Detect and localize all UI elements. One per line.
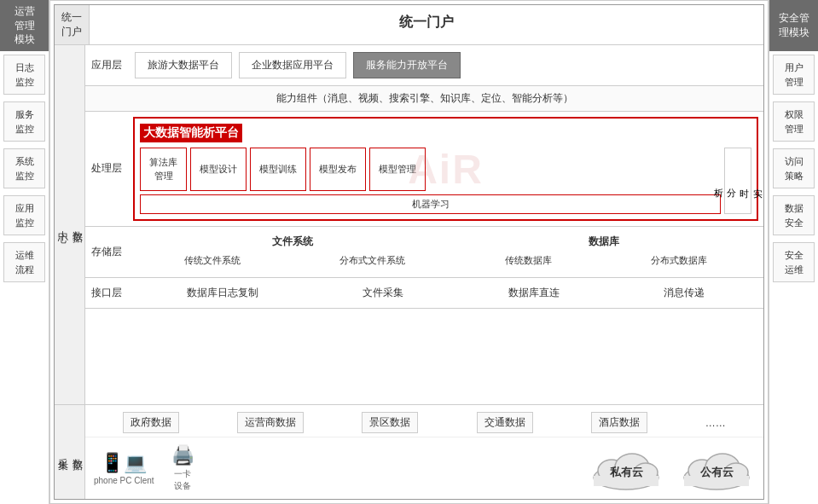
app-items: 旅游大数据平台 企业数据应用平台 服务能力开放平台 <box>128 52 763 78</box>
interface-file-collect: 文件采集 <box>363 286 403 300</box>
data-sources-row: 政府数据 运营商数据 景区数据 交通数据 酒店数据 …… <box>85 405 763 437</box>
storage-top: 文件系统 数据库 <box>135 235 757 249</box>
sidebar-item-user-mgmt[interactable]: 用户 管理 <box>773 55 815 95</box>
svg-text:公有云: 公有云 <box>699 466 734 478</box>
interface-db-direct: 数据库直连 <box>508 286 560 300</box>
sidebar-item-app-monitor[interactable]: 应用 监控 <box>3 195 45 235</box>
sidebar-item-log-monitor[interactable]: 日志 监控 <box>3 55 45 95</box>
data-center-label: 数据 中心 <box>55 45 85 404</box>
storage-item-traditional-fs: 传统文件系统 <box>179 252 246 269</box>
module-model-publish[interactable]: 模型发布 <box>310 148 366 191</box>
portal-title: 统一门户 <box>90 5 763 44</box>
device-group-card: 🖨️ 一卡 设备 <box>171 444 194 492</box>
app-layer-label: 应用层 <box>85 58 128 72</box>
cloud-group: 私有云 公有云 <box>588 445 755 492</box>
module-model-manage[interactable]: 模型管理 <box>369 148 426 191</box>
security-module-label: 安全管 理模块 <box>769 0 818 51</box>
sidebar-item-data-security[interactable]: 数据 安全 <box>773 195 815 235</box>
processing-layer: 处理层 大数据智能析平台 算法库 管理 模型设计 模型训练 <box>85 112 763 227</box>
filesystem-title: 文件系统 <box>272 235 313 249</box>
app-item-tourism[interactable]: 旅游大数据平台 <box>135 52 232 78</box>
storage-layer-label: 存储层 <box>85 245 128 259</box>
private-cloud: 私有云 <box>588 445 664 492</box>
bottom-section: 数据 采集 政府数据 运营商数据 景区数据 交通数据 酒店数据 …… 📱💻 ph… <box>55 405 763 499</box>
data-source-hotel: 酒店数据 <box>591 412 647 433</box>
storage-layer: 存储层 文件系统 数据库 传统文件系统 <box>85 227 763 278</box>
interface-layer-label: 接口层 <box>85 286 128 300</box>
card-icon: 🖨️ <box>171 444 194 466</box>
data-source-more: …… <box>705 412 726 433</box>
storage-content: 文件系统 数据库 传统文件系统 分布式文件系统 传统数据库 分布式数据库 <box>128 231 763 272</box>
bigdata-box: 大数据智能析平台 算法库 管理 模型设计 模型训练 模型发布 模型 <box>133 117 758 221</box>
public-cloud: 公有云 <box>678 445 755 492</box>
sidebar-item-system-monitor[interactable]: 系统 监控 <box>3 148 45 188</box>
realtime-box: 实 时 分 析 <box>724 148 751 214</box>
storage-section-database: 数据库 <box>589 235 619 249</box>
data-source-operator: 运营商数据 <box>237 412 304 433</box>
svg-text:私有云: 私有云 <box>609 466 643 478</box>
processing-layer-label: 处理层 <box>85 112 128 226</box>
module-algorithm[interactable]: 算法库 管理 <box>140 148 187 191</box>
capability-row: 能力组件（消息、视频、搜索引擎、知识库、定位、智能分析等） <box>85 86 763 112</box>
sidebar-item-security-ops[interactable]: 安全 运维 <box>773 242 815 282</box>
storage-item-traditional-db: 传统数据库 <box>500 252 557 269</box>
storage-item-distributed-db: 分布式数据库 <box>646 252 712 269</box>
interface-items: 数据库日志复制 文件采集 数据库直连 消息传递 <box>128 281 763 305</box>
app-item-service[interactable]: 服务能力开放平台 <box>353 52 461 78</box>
private-cloud-svg: 私有云 <box>588 445 664 492</box>
app-item-enterprise[interactable]: 企业数据应用平台 <box>239 52 346 78</box>
main-wrapper: 运营 管理 模块 日志 监控 服务 监控 系统 监控 应用 监控 运维 流程 统… <box>0 0 818 504</box>
right-sidebar: 安全管 理模块 用户 管理 权限 管理 访问 策略 数据 安全 安全 运维 <box>769 0 818 504</box>
ops-module-label: 运营 管理 模块 <box>0 0 49 51</box>
sidebar-item-service-monitor[interactable]: 服务 监控 <box>3 101 45 142</box>
sidebar-item-access-policy[interactable]: 访问 策略 <box>773 148 815 188</box>
middle-section: 数据 中心 应用层 旅游大数据平台 企业数据应用平台 服务能力开放平台 能力组件… <box>55 45 763 405</box>
storage-items: 传统文件系统 分布式文件系统 传统数据库 分布式数据库 <box>135 252 757 269</box>
main-content: 统一 门户 统一门户 数据 中心 应用层 旅游大数据平台 企业数据应用平台 服务… <box>49 0 769 504</box>
interface-message: 消息传递 <box>664 286 705 300</box>
interface-layer: 接口层 数据库日志复制 文件采集 数据库直连 消息传递 <box>85 278 763 309</box>
left-sidebar: 运营 管理 模块 日志 监控 服务 监控 系统 监控 应用 监控 运维 流程 <box>0 0 49 504</box>
left-items-container: 日志 监控 服务 监控 系统 监控 应用 监控 运维 流程 <box>0 51 49 504</box>
ml-row: 机器学习 <box>140 194 721 214</box>
device-label: phone PC Clent <box>94 476 154 485</box>
database-title: 数据库 <box>589 235 619 249</box>
bottom-content: 政府数据 运营商数据 景区数据 交通数据 酒店数据 …… 📱💻 phone PC… <box>85 405 763 499</box>
bigdata-modules: 算法库 管理 模型设计 模型训练 模型发布 模型管理 <box>140 148 721 191</box>
sidebar-item-permission-mgmt[interactable]: 权限 管理 <box>773 101 815 142</box>
layers-container: 应用层 旅游大数据平台 企业数据应用平台 服务能力开放平台 能力组件（消息、视频… <box>85 45 763 404</box>
devices-row: 📱💻 phone PC Clent 🖨️ 一卡 设备 <box>85 437 763 499</box>
storage-item-distributed-fs: 分布式文件系统 <box>334 252 410 269</box>
data-source-transport: 交通数据 <box>477 412 533 433</box>
storage-section-filesystem: 文件系统 <box>272 235 313 249</box>
data-source-scenic: 景区数据 <box>362 412 418 433</box>
processing-content: 大数据智能析平台 算法库 管理 模型设计 模型训练 模型发布 模型 <box>128 112 763 226</box>
public-cloud-svg: 公有云 <box>678 445 755 492</box>
phone-icon: 📱💻 <box>101 452 147 474</box>
module-model-design[interactable]: 模型设计 <box>190 148 247 191</box>
app-layer: 应用层 旅游大数据平台 企业数据应用平台 服务能力开放平台 <box>85 45 763 86</box>
data-source-gov: 政府数据 <box>123 412 179 433</box>
bigdata-title: 大数据智能析平台 <box>140 124 242 142</box>
main-border: 统一 门户 统一门户 数据 中心 应用层 旅游大数据平台 企业数据应用平台 服务… <box>54 4 764 500</box>
top-portal-bar: 统一 门户 统一门户 <box>55 5 763 45</box>
module-model-train[interactable]: 模型训练 <box>250 148 306 191</box>
device-group-phones: 📱💻 phone PC Clent <box>94 452 154 485</box>
sidebar-item-ops-flow[interactable]: 运维 流程 <box>3 242 45 282</box>
card-label: 一卡 设备 <box>174 468 191 492</box>
interface-db-log: 数据库日志复制 <box>187 286 258 300</box>
portal-side-label: 统一 门户 <box>55 5 90 44</box>
datacollect-label: 数据 采集 <box>55 405 85 499</box>
right-items-container: 用户 管理 权限 管理 访问 策略 数据 安全 安全 运维 <box>769 51 818 504</box>
